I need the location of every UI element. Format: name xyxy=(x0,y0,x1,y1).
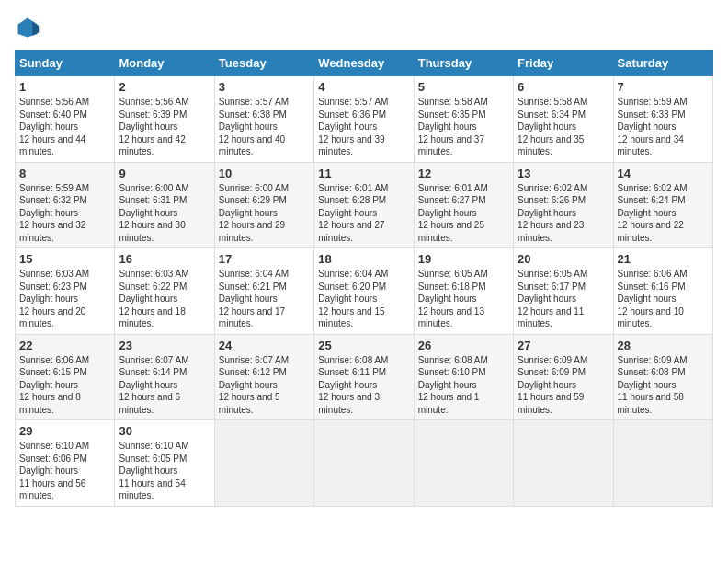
table-row: 1Sunrise: 5:56 AMSunset: 6:40 PMDaylight… xyxy=(16,76,115,163)
table-row: 30Sunrise: 6:10 AMSunset: 6:05 PMDayligh… xyxy=(115,420,214,507)
table-row: 25Sunrise: 6:08 AMSunset: 6:11 PMDayligh… xyxy=(314,334,414,420)
table-row: 29Sunrise: 6:10 AMSunset: 6:06 PMDayligh… xyxy=(16,420,115,507)
table-row: 15Sunrise: 6:03 AMSunset: 6:23 PMDayligh… xyxy=(16,248,115,335)
calendar-week-3: 15Sunrise: 6:03 AMSunset: 6:23 PMDayligh… xyxy=(16,248,713,335)
table-row xyxy=(514,420,613,507)
table-row: 14Sunrise: 6:02 AMSunset: 6:24 PMDayligh… xyxy=(613,162,712,248)
table-row: 12Sunrise: 6:01 AMSunset: 6:27 PMDayligh… xyxy=(414,162,513,248)
table-row: 5Sunrise: 5:58 AMSunset: 6:35 PMDaylight… xyxy=(414,76,513,163)
table-row: 18Sunrise: 6:04 AMSunset: 6:20 PMDayligh… xyxy=(314,248,414,335)
header-wednesday: Wednesday xyxy=(314,51,414,76)
header-thursday: Thursday xyxy=(414,51,513,76)
table-row: 6Sunrise: 5:58 AMSunset: 6:34 PMDaylight… xyxy=(514,76,613,163)
table-row xyxy=(314,420,414,507)
table-row: 22Sunrise: 6:06 AMSunset: 6:15 PMDayligh… xyxy=(16,334,115,420)
table-row: 24Sunrise: 6:07 AMSunset: 6:12 PMDayligh… xyxy=(214,334,313,420)
logo xyxy=(15,15,44,40)
table-row: 10Sunrise: 6:00 AMSunset: 6:29 PMDayligh… xyxy=(214,162,313,248)
calendar-week-5: 29Sunrise: 6:10 AMSunset: 6:06 PMDayligh… xyxy=(16,420,713,507)
header-monday: Monday xyxy=(115,51,214,76)
header-saturday: Saturday xyxy=(613,51,712,76)
table-row xyxy=(613,420,712,507)
table-row: 23Sunrise: 6:07 AMSunset: 6:14 PMDayligh… xyxy=(115,334,214,420)
calendar-week-4: 22Sunrise: 6:06 AMSunset: 6:15 PMDayligh… xyxy=(16,334,713,420)
table-row: 28Sunrise: 6:09 AMSunset: 6:08 PMDayligh… xyxy=(613,334,712,420)
table-row: 3Sunrise: 5:57 AMSunset: 6:38 PMDaylight… xyxy=(214,76,313,163)
table-row: 19Sunrise: 6:05 AMSunset: 6:18 PMDayligh… xyxy=(414,248,513,335)
table-row: 27Sunrise: 6:09 AMSunset: 6:09 PMDayligh… xyxy=(514,334,613,420)
table-row: 16Sunrise: 6:03 AMSunset: 6:22 PMDayligh… xyxy=(115,248,214,335)
header-friday: Friday xyxy=(514,51,613,76)
header-tuesday: Tuesday xyxy=(214,51,313,76)
calendar-table: SundayMondayTuesdayWednesdayThursdayFrid… xyxy=(15,50,713,507)
calendar-week-1: 1Sunrise: 5:56 AMSunset: 6:40 PMDaylight… xyxy=(16,76,713,163)
table-row: 11Sunrise: 6:01 AMSunset: 6:28 PMDayligh… xyxy=(314,162,414,248)
table-row: 13Sunrise: 6:02 AMSunset: 6:26 PMDayligh… xyxy=(514,162,613,248)
table-row: 17Sunrise: 6:04 AMSunset: 6:21 PMDayligh… xyxy=(214,248,313,335)
table-row: 26Sunrise: 6:08 AMSunset: 6:10 PMDayligh… xyxy=(414,334,513,420)
table-row xyxy=(214,420,313,507)
table-row: 7Sunrise: 5:59 AMSunset: 6:33 PMDaylight… xyxy=(613,76,712,163)
table-row: 21Sunrise: 6:06 AMSunset: 6:16 PMDayligh… xyxy=(613,248,712,335)
table-row: 20Sunrise: 6:05 AMSunset: 6:17 PMDayligh… xyxy=(514,248,613,335)
table-row: 8Sunrise: 5:59 AMSunset: 6:32 PMDaylight… xyxy=(16,162,115,248)
header-sunday: Sunday xyxy=(16,51,115,76)
page-header xyxy=(15,15,713,40)
calendar-header-row: SundayMondayTuesdayWednesdayThursdayFrid… xyxy=(16,51,713,76)
table-row: 9Sunrise: 6:00 AMSunset: 6:31 PMDaylight… xyxy=(115,162,214,248)
calendar-week-2: 8Sunrise: 5:59 AMSunset: 6:32 PMDaylight… xyxy=(16,162,713,248)
table-row: 2Sunrise: 5:56 AMSunset: 6:39 PMDaylight… xyxy=(115,76,214,163)
table-row xyxy=(414,420,513,507)
table-row: 4Sunrise: 5:57 AMSunset: 6:36 PMDaylight… xyxy=(314,76,414,163)
logo-icon xyxy=(15,15,40,40)
